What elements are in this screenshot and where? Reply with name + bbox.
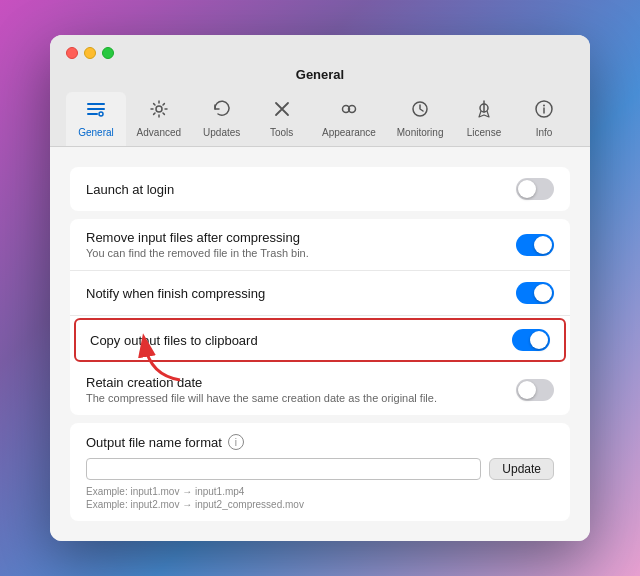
close-button[interactable] xyxy=(66,47,78,59)
copy-toggle[interactable] xyxy=(512,329,550,351)
format-label: Output file name format xyxy=(86,435,222,450)
format-header: Output file name format i xyxy=(86,434,554,450)
tab-bar: General Advanced xyxy=(66,92,574,146)
setting-group-1: Launch at login xyxy=(70,167,570,211)
svg-point-4 xyxy=(156,106,162,112)
updates-icon xyxy=(211,98,233,125)
launch-label: Launch at login xyxy=(86,182,516,197)
appearance-icon xyxy=(338,98,360,125)
remove-input-text: Remove input files after compressing You… xyxy=(86,230,516,259)
tab-license[interactable]: License xyxy=(454,92,514,146)
tab-updates[interactable]: Updates xyxy=(192,92,252,146)
format-section: Output file name format i Update Example… xyxy=(70,423,570,521)
remove-sublabel: You can find the removed file in the Tra… xyxy=(86,247,516,259)
setting-retain-date: Retain creation date The compressed file… xyxy=(70,364,570,415)
format-input-field[interactable] xyxy=(86,458,481,480)
retain-label: Retain creation date xyxy=(86,375,516,390)
setting-copy-output: Copy output files to clipboard xyxy=(74,318,566,362)
tab-appearance[interactable]: Appearance xyxy=(312,92,387,146)
notify-text: Notify when finish compressing xyxy=(86,286,516,301)
copy-output-label: Copy output files to clipboard xyxy=(90,333,512,348)
tab-advanced[interactable]: Advanced xyxy=(126,92,192,146)
retain-toggle[interactable] xyxy=(516,379,554,401)
setting-remove-input: Remove input files after compressing You… xyxy=(70,219,570,271)
notify-label: Notify when finish compressing xyxy=(86,286,516,301)
remove-toggle[interactable] xyxy=(516,234,554,256)
notify-toggle[interactable] xyxy=(516,282,554,304)
tools-icon xyxy=(271,98,293,125)
svg-point-10 xyxy=(543,105,545,107)
tab-advanced-label: Advanced xyxy=(137,127,181,138)
setting-launch-text: Launch at login xyxy=(86,182,516,197)
tab-monitoring-label: Monitoring xyxy=(397,127,444,138)
tab-monitoring[interactable]: Monitoring xyxy=(386,92,454,146)
content-inner: Launch at login Remove input files after… xyxy=(70,167,570,521)
tab-info[interactable]: Info xyxy=(514,92,574,146)
info-icon xyxy=(533,98,555,125)
setting-group-2: Remove input files after compressing You… xyxy=(70,219,570,415)
main-window: General General xyxy=(50,35,590,541)
info-icon-button[interactable]: i xyxy=(228,434,244,450)
minimize-button[interactable] xyxy=(84,47,96,59)
traffic-lights xyxy=(66,47,114,59)
update-button[interactable]: Update xyxy=(489,458,554,480)
tab-tools-label: Tools xyxy=(270,127,293,138)
example-2: Example: input2.mov → input2_compressed.… xyxy=(86,499,554,510)
svg-point-3 xyxy=(99,112,103,116)
setting-launch-at-login: Launch at login xyxy=(70,167,570,211)
title-bar: General General xyxy=(50,35,590,147)
retain-date-text: Retain creation date The compressed file… xyxy=(86,375,516,404)
monitoring-icon xyxy=(409,98,431,125)
retain-sublabel: The compressed file will have the same c… xyxy=(86,392,516,404)
remove-label: Remove input files after compressing xyxy=(86,230,516,245)
general-icon xyxy=(85,98,107,125)
content-area: Launch at login Remove input files after… xyxy=(50,147,590,541)
tab-general-label: General xyxy=(78,127,114,138)
license-icon xyxy=(473,98,495,125)
copy-output-text: Copy output files to clipboard xyxy=(90,333,512,348)
window-title: General xyxy=(296,67,344,82)
tab-license-label: License xyxy=(467,127,501,138)
example-1: Example: input1.mov → input1.mp4 xyxy=(86,486,554,497)
tab-appearance-label: Appearance xyxy=(322,127,376,138)
tab-info-label: Info xyxy=(536,127,553,138)
launch-toggle[interactable] xyxy=(516,178,554,200)
tab-general[interactable]: General xyxy=(66,92,126,146)
maximize-button[interactable] xyxy=(102,47,114,59)
advanced-icon xyxy=(148,98,170,125)
tab-updates-label: Updates xyxy=(203,127,240,138)
tab-tools[interactable]: Tools xyxy=(252,92,312,146)
setting-notify: Notify when finish compressing xyxy=(70,271,570,316)
format-input-row: Update xyxy=(86,458,554,480)
